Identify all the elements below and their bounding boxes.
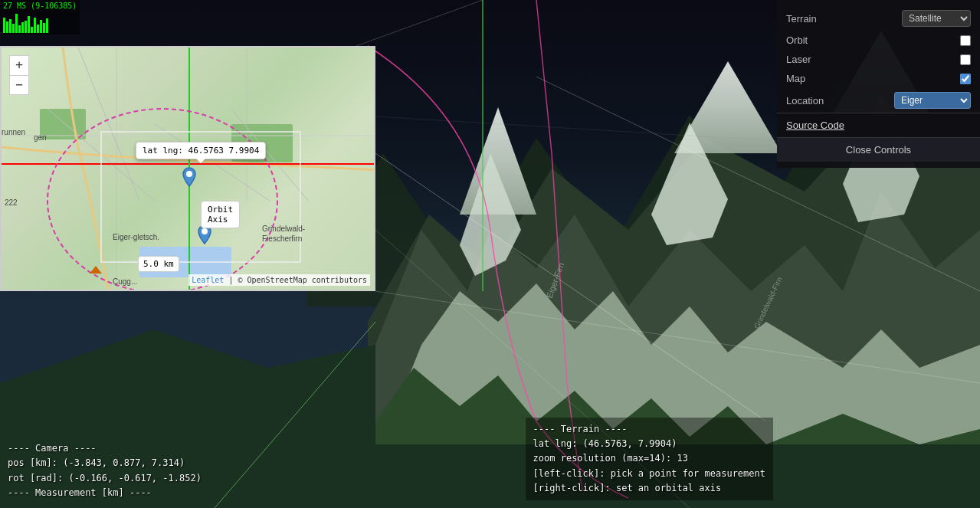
perf-bar <box>43 23 45 33</box>
controls-panel: Terrain Satellite OSM Mapbox Orbit Laser… <box>777 0 980 168</box>
perf-bar <box>28 16 30 33</box>
laser-label: Laser <box>786 54 960 65</box>
perf-bar <box>18 25 21 33</box>
laser-checkbox[interactable] <box>960 54 971 65</box>
perf-bar <box>15 14 18 33</box>
osm-attribution: © OpenStreetMap contributors <box>238 276 367 284</box>
camera-pos-label: pos [km]: <box>8 457 57 468</box>
leaflet-link[interactable]: Leaflet <box>192 276 224 284</box>
terrain-info-panel: ---- Terrain ---- lat lng: (46.5763, 7.9… <box>526 418 773 500</box>
perf-bar <box>9 19 11 33</box>
camera-rot-label: rot [rad]: <box>8 473 63 483</box>
close-controls-button[interactable]: Close Controls <box>777 137 980 162</box>
svg-point-40 <box>186 171 192 177</box>
orbit-control-row: Orbit <box>777 31 980 50</box>
map-label: Map <box>786 73 960 84</box>
map-label-runnen: runnen <box>2 128 25 136</box>
perf-label: 27 MS (9-106385) <box>3 2 77 10</box>
map-label-grindelwald: Grindelwald-Fiescherfirn <box>262 224 305 244</box>
orbit-axis-tooltip: Orbit Axis <box>201 201 240 228</box>
map-inner: Grindelwald-Fiescherfirn Eiger-gletsch. … <box>2 48 374 290</box>
camera-header: ---- Camera ---- <box>8 441 202 456</box>
right-click-hint: [right-click]: set an orbital axis <box>533 481 765 496</box>
terrain-select[interactable]: Satellite OSM Mapbox <box>902 10 971 27</box>
orbit-label: Orbit <box>786 34 960 46</box>
camera-rot: rot [rad]: (-0.166, -0.617, -1.852) <box>8 471 202 486</box>
camera-info-panel: ---- Camera ---- pos [km]: (-3.843, 0.87… <box>8 441 202 500</box>
orbit-checkbox[interactable] <box>960 35 971 46</box>
perf-bar <box>21 22 24 33</box>
perf-bar <box>6 21 8 33</box>
perf-bar <box>34 18 36 33</box>
source-code-link[interactable]: Source Code <box>777 113 980 137</box>
svg-line-26 <box>78 48 139 201</box>
svg-marker-38 <box>90 266 102 274</box>
zoom-in-button[interactable]: + <box>9 55 29 75</box>
zoom-out-button[interactable]: − <box>9 75 29 95</box>
camera-pos: pos [km]: (-3.843, 0.877, 7.314) <box>8 456 202 470</box>
map-label-gen: gen <box>34 133 47 142</box>
location-select[interactable]: Eiger Matterhorn Mont Blanc <box>894 92 971 109</box>
map-zoom-controls[interactable]: + − <box>9 55 29 95</box>
map-label-eiger: Eiger-gletsch. <box>113 233 159 241</box>
svg-point-41 <box>202 228 208 234</box>
zoom-label: zoom resolution (max=14): <box>533 453 672 464</box>
distance-badge: 5.0 km <box>138 256 179 272</box>
perf-bar <box>25 21 27 33</box>
map-attribution: Leaflet | © OpenStreetMap contributors <box>188 274 370 286</box>
map-label-cugg: Cugg... <box>113 277 137 286</box>
perf-bar <box>12 24 15 33</box>
terrain-zoom: zoom resolution (max=14): 13 <box>533 451 765 466</box>
camera-pos-value: (-3.843, 0.877, 7.314) <box>63 457 185 468</box>
left-click-hint: [left-click]: pick a point for measureme… <box>533 467 765 481</box>
map-marker-1[interactable]: lat lng: 46.5763 7.9904 <box>182 166 197 188</box>
map-label-222: 222 <box>5 198 18 207</box>
perf-bar <box>40 20 42 33</box>
latlng-value: (46.5763, 7.9904) <box>583 438 677 449</box>
terrain-label: Terrain <box>786 13 902 25</box>
terrain-info-header: ---- Terrain ---- <box>533 422 765 437</box>
perf-bar <box>46 18 48 33</box>
laser-control-row: Laser <box>777 50 980 69</box>
performance-display: 27 MS (9-106385) <box>0 0 80 34</box>
location-control-row: Location Eiger Matterhorn Mont Blanc <box>777 88 980 113</box>
location-label: Location <box>786 95 894 107</box>
measurement-header: ---- Measurement [km] ---- <box>8 486 202 500</box>
perf-bar <box>3 18 5 33</box>
latlng-label: lat lng: <box>533 438 578 449</box>
perf-bar <box>31 27 33 33</box>
terrain-latlng: lat lng: (46.5763, 7.9904) <box>533 437 765 451</box>
perf-bars <box>3 10 77 33</box>
camera-rot-value: (-0.166, -0.617, -1.852) <box>68 473 201 483</box>
map-control-row: Map <box>777 69 980 88</box>
zoom-value: 13 <box>677 453 687 464</box>
marker1-pin <box>182 166 197 188</box>
map-checkbox[interactable] <box>960 74 971 84</box>
terrain-control-row: Terrain Satellite OSM Mapbox <box>777 6 980 31</box>
map-marker-2[interactable]: Orbit Axis <box>197 224 212 245</box>
perf-bar <box>37 25 39 33</box>
marker1-tooltip: lat lng: 46.5763 7.9904 <box>136 142 266 159</box>
map-panel[interactable]: Grindelwald-Fiescherfirn Eiger-gletsch. … <box>0 46 375 291</box>
